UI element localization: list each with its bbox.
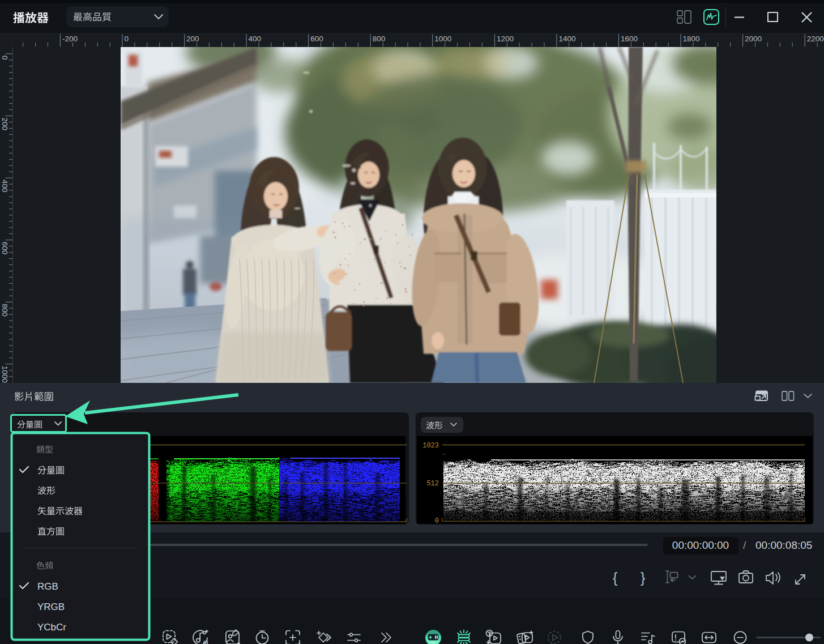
svg-text:600: 600 — [310, 35, 323, 43]
svg-text:}: } — [641, 570, 645, 586]
svg-text:0: 0 — [125, 35, 129, 43]
svg-text:200: 200 — [1, 118, 9, 131]
svg-text:200: 200 — [186, 35, 199, 43]
svg-text:800: 800 — [373, 35, 386, 43]
svg-text:00:00:08:05: 00:00:08:05 — [755, 539, 812, 551]
svg-text:600: 600 — [1, 242, 9, 255]
svg-text:/: / — [743, 539, 746, 551]
svg-text:1600: 1600 — [621, 35, 638, 43]
svg-text:1800: 1800 — [683, 35, 700, 43]
svg-text:2200: 2200 — [807, 35, 824, 43]
svg-text:0: 0 — [1, 56, 9, 60]
svg-text:1200: 1200 — [497, 35, 514, 43]
svg-text:AI: AI — [203, 639, 208, 644]
svg-text:800: 800 — [1, 304, 9, 317]
svg-text:-200: -200 — [62, 35, 78, 43]
svg-text:1023: 1023 — [422, 442, 439, 450]
svg-text:0: 0 — [435, 517, 439, 524]
svg-text:400: 400 — [1, 180, 9, 193]
svg-text:512: 512 — [426, 480, 439, 488]
svg-text:1000: 1000 — [434, 35, 451, 43]
svg-text:{: { — [613, 570, 617, 586]
svg-text:2000: 2000 — [745, 35, 762, 43]
svg-text:1400: 1400 — [558, 35, 575, 43]
svg-text:400: 400 — [249, 35, 262, 43]
svg-text:00:00:00:00: 00:00:00:00 — [672, 539, 729, 551]
